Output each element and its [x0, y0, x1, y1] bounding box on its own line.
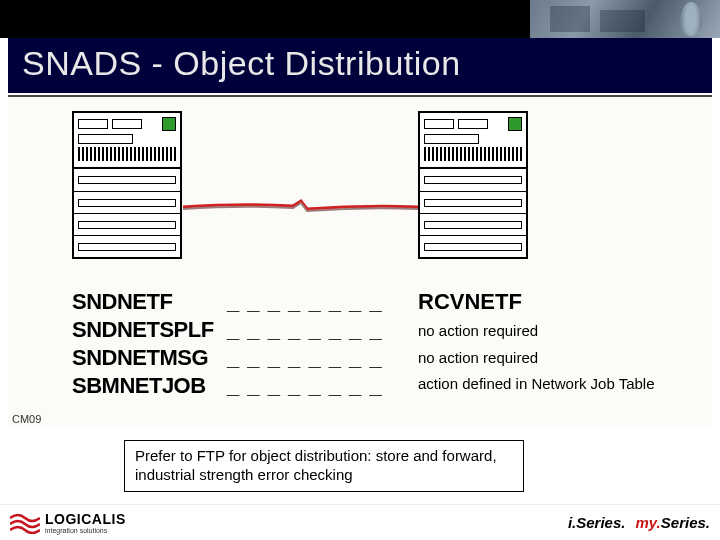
rcv-note: no action required: [418, 323, 682, 340]
cmd-row: SNDNETF _ _ _ _ _ _ _ _: [72, 289, 418, 315]
gherkin-building-icon: [680, 2, 702, 36]
footer-right-brands: i.Series. my.Series.: [568, 514, 710, 531]
top-header-strip: [0, 0, 720, 38]
cmd-dashes: _ _ _ _ _ _ _ _: [227, 289, 383, 315]
cmd-label: SNDNETSPLF: [72, 317, 227, 343]
cmd-row: SBMNETJOB _ _ _ _ _ _ _ _: [72, 373, 418, 399]
server-right-icon: [418, 111, 528, 259]
slide-code: CM09: [12, 413, 41, 425]
rcv-note: no action required: [418, 350, 682, 367]
logicalis-tagline: integration solutions: [45, 527, 126, 534]
cmd-dashes: _ _ _ _ _ _ _ _: [227, 345, 383, 371]
title-bar: SNADS - Object Distribution: [8, 38, 712, 93]
rcv-label: RCVNETF: [418, 289, 682, 315]
cmd-row: SNDNETSPLF _ _ _ _ _ _ _ _: [72, 317, 418, 343]
rcv-note: action defined in Network Job Table: [418, 376, 682, 393]
connection-cable-icon: [183, 197, 418, 213]
callout-box: Prefer to FTP for object distribution: s…: [124, 440, 524, 492]
cmd-label: SNDNETMSG: [72, 345, 227, 371]
callout-text: Prefer to FTP for object distribution: s…: [135, 447, 497, 483]
myseries-label: my.Series.: [635, 514, 710, 531]
receive-commands-column: RCVNETF no action required no action req…: [418, 289, 682, 403]
logicalis-name: LOGICALIS: [45, 512, 126, 526]
iseries-label: i.Series.: [568, 514, 626, 531]
cmd-label: SBMNETJOB: [72, 373, 227, 399]
header-skyline-photo: [530, 0, 720, 38]
send-commands-column: SNDNETF _ _ _ _ _ _ _ _ SNDNETSPLF _ _ _…: [72, 289, 418, 403]
logicalis-logo: LOGICALIS integration solutions: [10, 512, 126, 534]
diagram-canvas: SNDNETF _ _ _ _ _ _ _ _ SNDNETSPLF _ _ _…: [8, 97, 712, 427]
footer-bar: LOGICALIS integration solutions i.Series…: [0, 504, 720, 540]
cmd-dashes: _ _ _ _ _ _ _ _: [227, 317, 383, 343]
slide-title: SNADS - Object Distribution: [22, 44, 698, 83]
cmd-dashes: _ _ _ _ _ _ _ _: [227, 373, 383, 399]
logicalis-waves-icon: [10, 512, 40, 534]
command-columns: SNDNETF _ _ _ _ _ _ _ _ SNDNETSPLF _ _ _…: [72, 289, 682, 403]
cmd-label: SNDNETF: [72, 289, 227, 315]
server-left-icon: [72, 111, 182, 259]
header-black-bar: [0, 0, 530, 38]
cmd-row: SNDNETMSG _ _ _ _ _ _ _ _: [72, 345, 418, 371]
